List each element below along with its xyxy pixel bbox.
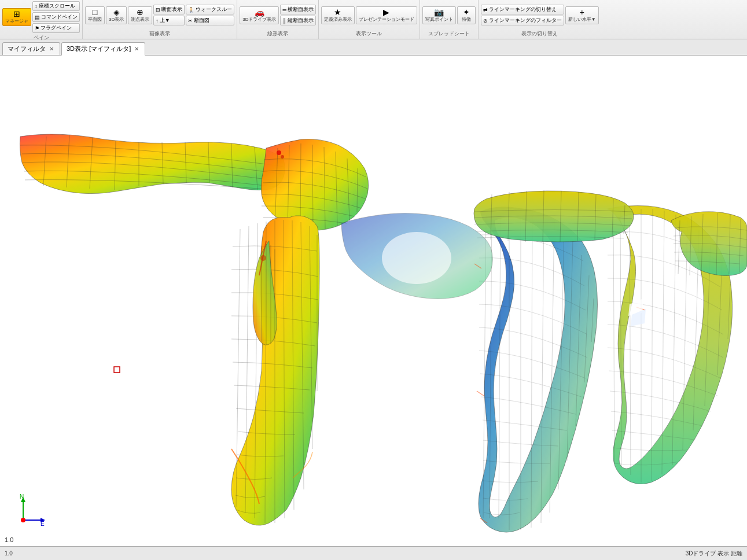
scale-indicator: 1.0 — [5, 536, 13, 543]
mesh-visualization — [0, 56, 747, 546]
view-group-label: 画像表示 — [149, 30, 170, 38]
command-icon: ▤ — [35, 14, 40, 20]
3ddrive-icon: 🚗 — [255, 8, 264, 16]
tab-myfilter[interactable]: マイフィルタ ✕ — [2, 42, 60, 55]
up-icon: ↑ — [156, 18, 159, 24]
defined-icon: ★ — [334, 8, 341, 16]
horizontal-icon: ═ — [282, 7, 286, 13]
tab-3dview-close[interactable]: ✕ — [133, 46, 140, 52]
axis-indicator: N E — [12, 494, 46, 529]
tabbar: マイフィルタ ✕ 3D表示 [マイフィルタ] ✕ — [0, 39, 747, 56]
toolbar-group-tools: ★ 定義済み表示 ▶ プレゼンテーションモード 表示ツール — [319, 0, 420, 39]
svg-point-77 — [260, 255, 266, 261]
manager-icon: ⊞ — [13, 10, 20, 18]
toolbar-group-spreadsheet: 📷 写真ポイント ✦ 特徴 スプレッドシート — [420, 0, 479, 39]
vertical-section-button[interactable]: ║ 縦断面表示 — [280, 16, 315, 25]
up-button[interactable]: ↑ 上▼ — [153, 16, 185, 25]
svg-text:E: E — [41, 521, 45, 527]
survey-icon: ⊕ — [137, 8, 143, 16]
svg-point-74 — [277, 150, 281, 155]
photo-button[interactable]: 📷 写真ポイント — [422, 6, 456, 24]
linemarks-group-label: 表示の切り替え — [521, 30, 558, 38]
tab-myfilter-close[interactable]: ✕ — [48, 46, 55, 52]
toolbar-group-view: □ 平面図 ◈ 3D表示 ⊕ 測点表示 ⊟ 断面表示 ↑ 上▼ — [83, 0, 237, 39]
statusbar: 1.0 3Dドライブ 表示 距離 — [0, 546, 747, 560]
plan-button[interactable]: □ 平面図 — [85, 6, 105, 24]
section-button[interactable]: ⊟ 断面表示 — [153, 5, 185, 14]
spreadsheet-group-label: スプレッドシート — [428, 30, 470, 38]
linemark-filter-icon: ⊘ — [483, 18, 488, 24]
horizontal-section-button[interactable]: ═ 横断面表示 — [280, 5, 315, 14]
manager-label: マネージャ — [5, 18, 28, 24]
section-icon: ⊟ — [156, 7, 160, 13]
pane-buttons: ⊞ マネージャ ↕ 座標スクロール ▤ コマンドペイン ⚑ フラグペイン — [2, 1, 80, 33]
scroll-icon: ↕ — [35, 3, 38, 9]
3ddrive-buttons: 🚗 3Dドライブ表示 ═ 横断面表示 ║ 縦断面表示 — [240, 1, 316, 29]
presentation-button[interactable]: ▶ プレゼンテーションモード — [356, 6, 417, 24]
defined-view-button[interactable]: ★ 定義済み表示 — [321, 6, 355, 24]
tools-group-label: 表示ツール — [356, 30, 382, 38]
flag-button[interactable]: ⚑ フラグペイン — [32, 23, 80, 33]
statusbar-scale-label: 1.0 — [5, 550, 13, 557]
toolbar-group-3ddrive: 🚗 3Dドライブ表示 ═ 横断面表示 ║ 縦断面表示 線形表示 — [237, 0, 319, 39]
photo-icon: 📷 — [434, 8, 444, 16]
toolbar: ⊞ マネージャ ↕ 座標スクロール ▤ コマンドペイン ⚑ フラグペイン ペイン — [0, 0, 747, 39]
vertical-icon: ║ — [282, 18, 286, 24]
new-horizontal-icon: + — [580, 8, 584, 16]
command-pane-button[interactable]: ▤ コマンドペイン — [32, 12, 80, 22]
scale-value: 1.0 — [5, 536, 13, 543]
svg-text:N: N — [20, 494, 24, 500]
new-horizontal-button[interactable]: + 新しい水平▼ — [565, 6, 599, 24]
linemark-toggle-icon: ⇄ — [483, 7, 488, 13]
3ddrive-button[interactable]: 🚗 3Dドライブ表示 — [240, 6, 279, 24]
view-buttons: □ 平面図 ◈ 3D表示 ⊕ 測点表示 ⊟ 断面表示 ↑ 上▼ — [85, 1, 234, 29]
pane-group-label: ペイン — [34, 34, 49, 42]
svg-point-75 — [281, 155, 284, 159]
spreadsheet-buttons: 📷 写真ポイント ✦ 特徴 — [422, 1, 476, 29]
toolbar-group-linemarks: ⇄ ラインマーキングの切り替え ⊘ ラインマーキングのフィルター + 新しい水平… — [479, 0, 601, 39]
survey-button[interactable]: ⊕ 測点表示 — [128, 6, 152, 24]
cross-section-button[interactable]: ✂ 断面図 — [186, 16, 234, 25]
linemarks-buttons: ⇄ ラインマーキングの切り替え ⊘ ラインマーキングのフィルター + 新しい水平… — [481, 1, 599, 29]
walkthrough-icon: 🚶 — [188, 7, 194, 13]
tools-buttons: ★ 定義済み表示 ▶ プレゼンテーションモード — [321, 1, 417, 29]
feature-button[interactable]: ✦ 特徴 — [457, 6, 476, 24]
main-viewport[interactable]: N E 1.0 — [0, 56, 747, 546]
scroll-button[interactable]: ↕ 座標スクロール — [32, 1, 80, 11]
tab-myfilter-label: マイフィルタ — [8, 45, 46, 53]
plan-icon: □ — [93, 8, 97, 16]
manager-button[interactable]: ⊞ マネージャ — [2, 8, 31, 26]
presentation-icon: ▶ — [383, 8, 389, 16]
tab-3dview[interactable]: 3D表示 [マイフィルタ] ✕ — [61, 42, 145, 56]
tab-3dview-label: 3D表示 [マイフィルタ] — [67, 45, 131, 53]
feature-icon: ✦ — [463, 8, 470, 16]
top-right-structure — [474, 190, 634, 242]
linemark-filter-button[interactable]: ⊘ ラインマーキングのフィルター — [481, 16, 564, 25]
cross-section-icon: ✂ — [188, 18, 193, 24]
3ddrive-group-label: 線形表示 — [267, 30, 288, 38]
walkthrough-button[interactable]: 🚶 ウォークスルー — [186, 5, 234, 14]
statusbar-right-text: 3Dドライブ 表示 距離 — [686, 550, 742, 558]
svg-point-90 — [21, 518, 25, 522]
3d-button[interactable]: ◈ 3D表示 — [106, 6, 127, 24]
linemark-toggle-button[interactable]: ⇄ ラインマーキングの切り替え — [481, 5, 564, 14]
svg-point-73 — [382, 232, 451, 284]
toolbar-group-pane: ⊞ マネージャ ↕ 座標スクロール ▤ コマンドペイン ⚑ フラグペイン ペイン — [0, 0, 83, 39]
flag-icon: ⚑ — [35, 25, 39, 31]
3d-icon: ◈ — [113, 8, 120, 16]
